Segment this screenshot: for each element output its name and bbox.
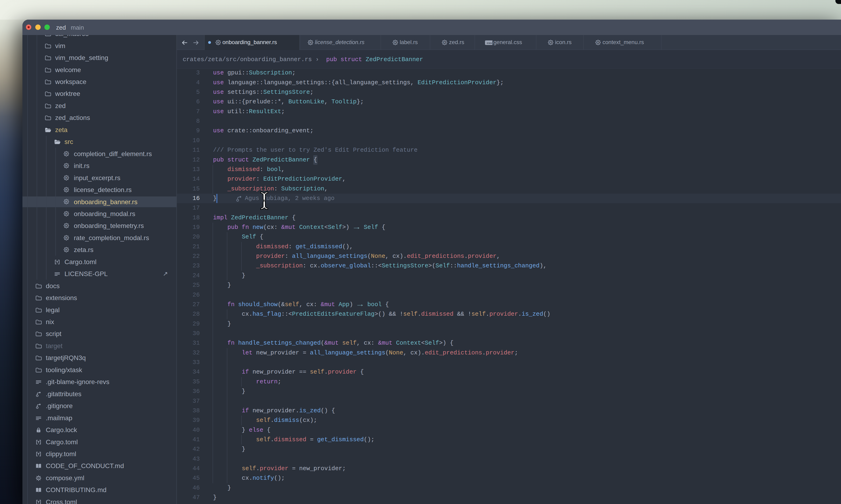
- svg-text:R: R: [549, 41, 552, 44]
- svg-text:R: R: [309, 41, 312, 44]
- svg-text:R: R: [65, 224, 68, 228]
- svg-text:R: R: [443, 41, 446, 44]
- svg-text:R: R: [597, 41, 599, 44]
- svg-text:R: R: [65, 164, 68, 167]
- svg-text:R: R: [65, 176, 68, 180]
- svg-text:R: R: [65, 200, 68, 203]
- svg-text:R: R: [65, 188, 68, 192]
- svg-text:css: css: [486, 41, 492, 44]
- svg-text:R: R: [65, 212, 68, 216]
- svg-text:R: R: [65, 152, 68, 156]
- svg-text:R: R: [217, 41, 219, 44]
- svg-text:R: R: [65, 236, 68, 240]
- svg-text:R: R: [65, 248, 68, 252]
- svg-text:R: R: [394, 41, 396, 44]
